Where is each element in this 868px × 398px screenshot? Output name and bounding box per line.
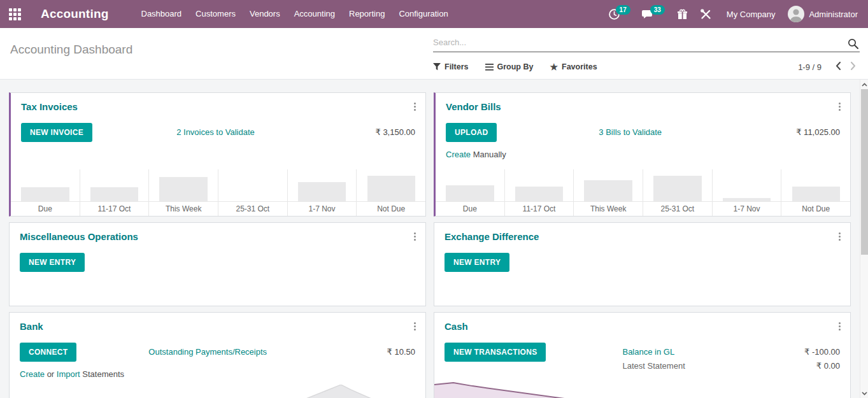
favorites-button[interactable]: ★ Favorites — [550, 62, 597, 71]
new-entry-button[interactable]: NEW ENTRY — [445, 253, 509, 272]
chevron-down-icon — [862, 392, 867, 395]
message-count-badge: 33 — [650, 5, 665, 15]
breadcrumb: Accounting Dashboard — [10, 43, 132, 79]
import-statement-link[interactable]: Import — [57, 369, 80, 379]
pager-previous-button[interactable] — [832, 60, 844, 73]
amount-to-validate: ₹ 3,150.00 — [339, 123, 415, 137]
systray: 17 33 My Company Administrator — [604, 6, 860, 23]
card-vendor-bills: Vendor Bills UPLOAD 3 Bills to Validate … — [434, 92, 851, 217]
group-by-icon — [485, 64, 494, 71]
tools-button[interactable] — [695, 6, 716, 23]
graph-column-1-7-nov[interactable]: 1-7 Nov — [712, 169, 781, 216]
nav-item-accounting[interactable]: Accounting — [287, 0, 342, 28]
card-exchange-difference: Exchange Difference NEW ENTRY — [434, 222, 851, 306]
search-icon[interactable] — [848, 38, 858, 49]
balance-amount: ₹ -100.00 — [804, 347, 840, 357]
nav-item-vendors[interactable]: Vendors — [243, 0, 287, 28]
new-entry-button[interactable]: NEW ENTRY — [20, 253, 85, 272]
top-navbar: Accounting Dashboard Customers Vendors A… — [0, 0, 868, 28]
filter-funnel-icon — [433, 63, 441, 71]
invoices-to-validate-link[interactable]: 2 Invoices to Validate — [176, 127, 255, 137]
graph-column-11-17-oct[interactable]: 11-17 Oct — [504, 169, 574, 216]
create-manually-link[interactable]: Create — [446, 150, 471, 159]
search-options: Filters Group By ★ Favorites 1-9 / 9 — [433, 60, 860, 73]
apps-grid-icon — [9, 8, 21, 20]
card-title[interactable]: Exchange Difference — [445, 231, 840, 242]
card-cash: Cash NEW TRANSACTIONS Balance in GL ₹ -1… — [434, 312, 851, 398]
activities-button[interactable]: 17 — [604, 6, 635, 23]
graph-column-this-week[interactable]: This Week — [148, 169, 218, 216]
pager-range: 1-9 / 9 — [798, 62, 822, 72]
filters-button[interactable]: Filters — [433, 62, 469, 71]
kebab-menu-icon[interactable] — [412, 320, 418, 332]
card-miscellaneous-operations: Miscellaneous Operations NEW ENTRY — [9, 222, 426, 306]
kebab-menu-icon[interactable] — [837, 231, 843, 243]
nav-item-configuration[interactable]: Configuration — [392, 0, 455, 28]
graph-column-25-31-oct[interactable]: 25-31 Oct — [643, 169, 712, 216]
graph-column-due[interactable]: Due — [11, 169, 80, 216]
avatar — [788, 6, 804, 22]
company-switcher[interactable]: My Company — [719, 10, 783, 19]
graph-column-1-7-nov[interactable]: 1-7 Nov — [287, 169, 357, 216]
kebab-menu-icon[interactable] — [412, 231, 418, 243]
activity-count-badge: 17 — [616, 5, 630, 15]
card-title[interactable]: Miscellaneous Operations — [20, 231, 415, 242]
vendor-bills-graph: Due 11-17 Oct This Week 25-31 Oct 1-7 No… — [436, 169, 850, 216]
cash-line-chart-preview — [434, 380, 850, 398]
apps-menu-button[interactable] — [0, 0, 29, 28]
graph-column-25-31-oct[interactable]: 25-31 Oct — [218, 169, 287, 216]
kebab-menu-icon[interactable] — [412, 101, 418, 113]
graph-column-11-17-oct[interactable]: 11-17 Oct — [80, 169, 149, 216]
graph-column-this-week[interactable]: This Week — [573, 169, 643, 216]
chevron-left-icon — [836, 62, 841, 70]
control-panel: Accounting Dashboard Filters Group By ★ … — [0, 28, 868, 80]
create-statement-link[interactable]: Create — [20, 369, 45, 379]
graph-column-not-due[interactable]: Not Due — [781, 169, 850, 216]
amount-to-validate: ₹ 11,025.00 — [764, 123, 840, 137]
pager-next-button[interactable] — [847, 60, 860, 73]
outstanding-payments-link[interactable]: Outstanding Payments/Receipts — [148, 347, 267, 357]
tax-invoices-graph: Due 11-17 Oct This Week 25-31 Oct 1-7 No… — [11, 169, 425, 216]
graph-column-due[interactable]: Due — [436, 169, 504, 216]
bank-line-chart-preview — [10, 385, 425, 398]
scroll-up-button[interactable] — [860, 80, 868, 89]
card-title[interactable]: Tax Invoices — [21, 101, 415, 112]
dashboard-content: Tax Invoices NEW INVOICE 2 Invoices to V… — [0, 80, 868, 398]
gift-icon — [676, 8, 688, 20]
latest-statement-label: Latest Statement — [622, 361, 685, 371]
search-input[interactable] — [433, 36, 844, 49]
tools-icon — [700, 8, 712, 20]
messages-button[interactable]: 33 — [637, 6, 669, 23]
outstanding-amount: ₹ 10.50 — [339, 343, 415, 357]
star-icon: ★ — [550, 62, 558, 71]
balance-in-gl-link[interactable]: Balance in GL — [622, 347, 674, 357]
kebab-menu-icon[interactable] — [837, 320, 843, 332]
graph-column-not-due[interactable]: Not Due — [356, 169, 425, 216]
vertical-scrollbar — [860, 80, 868, 398]
chevron-up-icon — [862, 83, 867, 87]
gift-button[interactable] — [672, 6, 693, 23]
connect-button[interactable]: CONNECT — [20, 343, 76, 362]
search-bar — [433, 36, 860, 52]
user-menu[interactable]: Administrator — [785, 6, 860, 22]
kebab-menu-icon[interactable] — [837, 101, 843, 113]
new-invoice-button[interactable]: NEW INVOICE — [21, 123, 92, 142]
group-by-button[interactable]: Group By — [485, 62, 534, 71]
card-title[interactable]: Cash — [445, 321, 840, 332]
new-transactions-button[interactable]: NEW TRANSACTIONS — [445, 343, 546, 362]
upload-button[interactable]: UPLOAD — [446, 123, 497, 142]
scroll-down-button[interactable] — [860, 388, 868, 398]
nav-item-reporting[interactable]: Reporting — [342, 0, 392, 28]
nav-item-customers[interactable]: Customers — [189, 0, 243, 28]
card-bank: Bank CONNECT Outstanding Payments/Receip… — [9, 312, 426, 398]
balance-row: Balance in GL ₹ -100.00 — [622, 347, 840, 357]
card-title[interactable]: Bank — [20, 321, 415, 332]
main-menu: Dashboard Customers Vendors Accounting R… — [134, 0, 455, 28]
bills-to-validate-link[interactable]: 3 Bills to Validate — [599, 127, 662, 137]
scrollbar-thumb[interactable] — [861, 89, 868, 255]
card-title[interactable]: Vendor Bills — [446, 101, 840, 112]
chevron-right-icon — [851, 62, 856, 70]
nav-item-dashboard[interactable]: Dashboard — [134, 0, 189, 28]
user-name: Administrator — [809, 10, 858, 19]
app-title[interactable]: Accounting — [41, 7, 109, 21]
